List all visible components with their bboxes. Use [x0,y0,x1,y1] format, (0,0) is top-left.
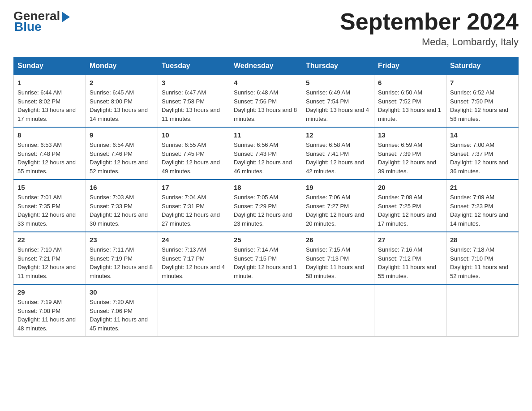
calendar-day-cell: 1 Sunrise: 6:44 AMSunset: 8:02 PMDayligh… [14,75,86,127]
day-number: 15 [17,184,82,191]
day-info: Sunrise: 6:47 AMSunset: 7:58 PMDaylight:… [162,88,226,123]
day-number: 5 [306,79,370,86]
day-info: Sunrise: 6:59 AMSunset: 7:39 PMDaylight:… [378,141,442,176]
calendar-day-cell [374,284,446,337]
calendar-header-sunday: Sunday [14,57,86,75]
day-number: 7 [450,79,515,86]
day-info: Sunrise: 6:55 AMSunset: 7:45 PMDaylight:… [162,141,226,176]
calendar-day-cell: 11 Sunrise: 6:56 AMSunset: 7:43 PMDaylig… [230,127,302,180]
calendar-day-cell: 5 Sunrise: 6:49 AMSunset: 7:54 PMDayligh… [302,75,374,127]
day-number: 27 [378,236,442,244]
day-number: 26 [306,236,370,244]
day-number: 1 [17,79,82,86]
day-number: 21 [450,184,515,191]
day-number: 6 [378,79,442,86]
logo-blue-text: Blue [14,20,42,34]
day-info: Sunrise: 7:13 AMSunset: 7:17 PMDaylight:… [162,245,226,280]
calendar-day-cell: 19 Sunrise: 7:06 AMSunset: 7:27 PMDaylig… [302,180,374,232]
day-info: Sunrise: 7:15 AMSunset: 7:13 PMDaylight:… [306,245,370,280]
day-info: Sunrise: 7:19 AMSunset: 7:08 PMDaylight:… [17,298,82,333]
day-number: 4 [234,79,298,86]
calendar-day-cell: 10 Sunrise: 6:55 AMSunset: 7:45 PMDaylig… [158,127,230,180]
calendar-day-cell: 7 Sunrise: 6:52 AMSunset: 7:50 PMDayligh… [446,75,519,127]
calendar-day-cell: 20 Sunrise: 7:08 AMSunset: 7:25 PMDaylig… [374,180,446,232]
logo: General Blue [13,9,70,34]
calendar-header-friday: Friday [374,57,446,75]
calendar-day-cell: 3 Sunrise: 6:47 AMSunset: 7:58 PMDayligh… [158,75,230,127]
day-number: 24 [162,236,226,244]
page-header: General Blue September 2024 Meda, Lombar… [13,9,519,48]
calendar-header-thursday: Thursday [302,57,374,75]
calendar-table: SundayMondayTuesdayWednesdayThursdayFrid… [13,57,519,337]
day-number: 12 [306,131,370,139]
calendar-day-cell: 13 Sunrise: 6:59 AMSunset: 7:39 PMDaylig… [374,127,446,180]
month-title: September 2024 [340,9,519,34]
calendar-day-cell: 21 Sunrise: 7:09 AMSunset: 7:23 PMDaylig… [446,180,519,232]
calendar-day-cell: 29 Sunrise: 7:19 AMSunset: 7:08 PMDaylig… [14,284,86,337]
day-number: 28 [450,236,515,244]
day-number: 23 [90,236,154,244]
day-number: 19 [306,184,370,191]
day-info: Sunrise: 6:53 AMSunset: 7:48 PMDaylight:… [17,141,82,176]
day-info: Sunrise: 7:04 AMSunset: 7:31 PMDaylight:… [162,193,226,228]
calendar-day-cell [302,284,374,337]
calendar-day-cell: 18 Sunrise: 7:05 AMSunset: 7:29 PMDaylig… [230,180,302,232]
calendar-day-cell: 16 Sunrise: 7:03 AMSunset: 7:33 PMDaylig… [86,180,158,232]
calendar-header-tuesday: Tuesday [158,57,230,75]
calendar-day-cell [158,284,230,337]
calendar-day-cell [230,284,302,337]
day-info: Sunrise: 7:16 AMSunset: 7:12 PMDaylight:… [378,245,442,280]
day-info: Sunrise: 6:45 AMSunset: 8:00 PMDaylight:… [90,88,154,123]
day-number: 25 [234,236,298,244]
calendar-header-saturday: Saturday [446,57,519,75]
calendar-day-cell [446,284,519,337]
calendar-header-wednesday: Wednesday [230,57,302,75]
day-number: 8 [17,131,82,139]
day-info: Sunrise: 7:08 AMSunset: 7:25 PMDaylight:… [378,193,442,228]
day-info: Sunrise: 6:44 AMSunset: 8:02 PMDaylight:… [17,88,82,123]
day-info: Sunrise: 6:49 AMSunset: 7:54 PMDaylight:… [306,88,370,123]
day-number: 30 [90,288,154,296]
day-info: Sunrise: 7:11 AMSunset: 7:19 PMDaylight:… [90,245,154,280]
calendar-day-cell: 8 Sunrise: 6:53 AMSunset: 7:48 PMDayligh… [14,127,86,180]
calendar-day-cell: 24 Sunrise: 7:13 AMSunset: 7:17 PMDaylig… [158,232,230,284]
day-number: 14 [450,131,515,139]
day-info: Sunrise: 7:03 AMSunset: 7:33 PMDaylight:… [90,193,154,228]
day-number: 22 [17,236,82,244]
calendar-header-row: SundayMondayTuesdayWednesdayThursdayFrid… [14,57,519,75]
day-number: 3 [162,79,226,86]
calendar-day-cell: 17 Sunrise: 7:04 AMSunset: 7:31 PMDaylig… [158,180,230,232]
day-info: Sunrise: 6:48 AMSunset: 7:56 PMDaylight:… [234,88,298,123]
day-info: Sunrise: 7:09 AMSunset: 7:23 PMDaylight:… [450,193,515,228]
calendar-day-cell: 30 Sunrise: 7:20 AMSunset: 7:06 PMDaylig… [86,284,158,337]
day-number: 29 [17,288,82,296]
day-info: Sunrise: 7:18 AMSunset: 7:10 PMDaylight:… [450,245,515,280]
calendar-day-cell: 28 Sunrise: 7:18 AMSunset: 7:10 PMDaylig… [446,232,519,284]
calendar-day-cell: 22 Sunrise: 7:10 AMSunset: 7:21 PMDaylig… [14,232,86,284]
day-number: 16 [90,184,154,191]
calendar-day-cell: 23 Sunrise: 7:11 AMSunset: 7:19 PMDaylig… [86,232,158,284]
title-block: September 2024 Meda, Lombardy, Italy [340,9,519,48]
calendar-day-cell: 2 Sunrise: 6:45 AMSunset: 8:00 PMDayligh… [86,75,158,127]
day-number: 18 [234,184,298,191]
day-info: Sunrise: 7:00 AMSunset: 7:37 PMDaylight:… [450,141,515,176]
calendar-day-cell: 15 Sunrise: 7:01 AMSunset: 7:35 PMDaylig… [14,180,86,232]
day-info: Sunrise: 6:52 AMSunset: 7:50 PMDaylight:… [450,88,515,123]
calendar-day-cell: 6 Sunrise: 6:50 AMSunset: 7:52 PMDayligh… [374,75,446,127]
calendar-day-cell: 25 Sunrise: 7:14 AMSunset: 7:15 PMDaylig… [230,232,302,284]
day-info: Sunrise: 7:06 AMSunset: 7:27 PMDaylight:… [306,193,370,228]
calendar-day-cell: 9 Sunrise: 6:54 AMSunset: 7:46 PMDayligh… [86,127,158,180]
calendar-day-cell: 4 Sunrise: 6:48 AMSunset: 7:56 PMDayligh… [230,75,302,127]
location-text: Meda, Lombardy, Italy [340,36,519,48]
day-info: Sunrise: 7:01 AMSunset: 7:35 PMDaylight:… [17,193,82,228]
day-info: Sunrise: 6:54 AMSunset: 7:46 PMDaylight:… [90,141,154,176]
calendar-day-cell: 12 Sunrise: 6:58 AMSunset: 7:41 PMDaylig… [302,127,374,180]
day-info: Sunrise: 6:56 AMSunset: 7:43 PMDaylight:… [234,141,298,176]
day-number: 13 [378,131,442,139]
logo-arrow-icon [62,12,70,22]
day-number: 10 [162,131,226,139]
day-info: Sunrise: 7:14 AMSunset: 7:15 PMDaylight:… [234,245,298,280]
calendar-week-row: 1 Sunrise: 6:44 AMSunset: 8:02 PMDayligh… [14,75,519,127]
calendar-week-row: 15 Sunrise: 7:01 AMSunset: 7:35 PMDaylig… [14,180,519,232]
day-info: Sunrise: 7:10 AMSunset: 7:21 PMDaylight:… [17,245,82,280]
